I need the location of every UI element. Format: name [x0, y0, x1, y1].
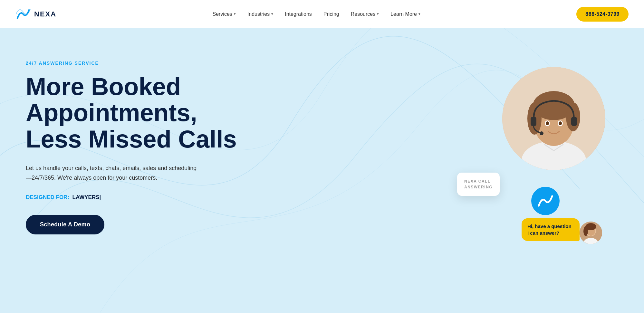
hero-content: 24/7 ANSWERING SERVICE More Booked Appoi…: [26, 61, 237, 234]
phone-button[interactable]: 888-524-3799: [576, 7, 629, 22]
logo-icon: [15, 8, 31, 20]
nav-item-industries[interactable]: Industries ▾: [247, 11, 273, 17]
agent-photo: [502, 67, 605, 170]
nav-item-learn-more[interactable]: Learn More ▾: [390, 11, 420, 17]
hero-section: 24/7 ANSWERING SERVICE More Booked Appoi…: [0, 28, 644, 313]
svg-point-13: [540, 131, 543, 135]
svg-rect-12: [571, 117, 577, 126]
svg-point-8: [546, 121, 549, 125]
nav-item-integrations[interactable]: Integrations: [285, 11, 312, 17]
svg-point-18: [583, 226, 588, 236]
navbar: NEXA Services ▾ Industries ▾ Integration…: [0, 0, 644, 28]
logo-text: NEXA: [34, 10, 56, 18]
nav-links: Services ▾ Industries ▾ Integrations Pri…: [212, 11, 420, 17]
chevron-down-icon: ▾: [234, 12, 236, 16]
nav-item-services[interactable]: Services ▾: [212, 11, 235, 17]
logo-link[interactable]: NEXA: [15, 8, 56, 20]
svg-point-10: [559, 121, 562, 125]
nexa-card-label: NEXA CALLANSWERING: [464, 178, 493, 190]
chat-bubble: Hi, have a question I can answer?: [522, 218, 580, 241]
nexa-badge: [531, 187, 560, 215]
chat-avatar: [580, 222, 602, 244]
hero-subtext: Let us handle your calls, texts, chats, …: [26, 164, 200, 183]
chevron-down-icon: ▾: [418, 12, 420, 16]
nav-link-learn-more[interactable]: Learn More ▾: [390, 11, 420, 17]
nav-item-pricing[interactable]: Pricing: [323, 11, 339, 17]
hero-eyebrow: 24/7 ANSWERING SERVICE: [26, 61, 237, 66]
hero-visuals: NEXA CALLANSWERING Hi, have a question I…: [457, 67, 618, 247]
chevron-down-icon: ▾: [377, 12, 379, 16]
chevron-down-icon: ▾: [271, 12, 273, 16]
nav-link-integrations[interactable]: Integrations: [285, 11, 312, 17]
nav-link-pricing[interactable]: Pricing: [323, 11, 339, 17]
schedule-demo-button[interactable]: Schedule A Demo: [26, 215, 104, 234]
nav-link-services[interactable]: Services ▾: [212, 11, 235, 17]
nav-link-industries[interactable]: Industries ▾: [247, 11, 273, 17]
nexa-logo-badge-icon: [536, 194, 554, 208]
hero-headline: More Booked Appointments, Less Missed Ca…: [26, 73, 237, 152]
nav-link-resources[interactable]: Resources ▾: [351, 11, 379, 17]
nav-item-resources[interactable]: Resources ▾: [351, 11, 379, 17]
hero-designed-for: DESIGNED FOR: LAWYERS|: [26, 194, 237, 201]
nexa-call-card: NEXA CALLANSWERING: [457, 173, 500, 196]
